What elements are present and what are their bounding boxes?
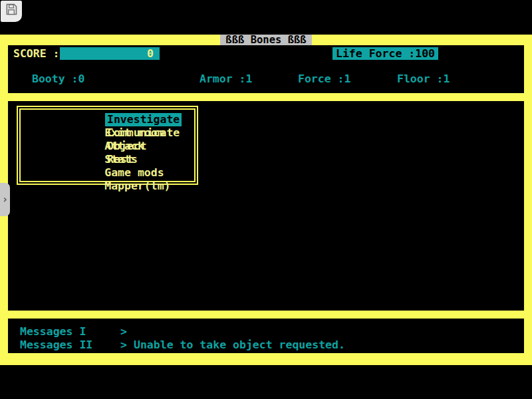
save-icon bbox=[5, 3, 18, 19]
score-label: SCORE : bbox=[13, 47, 60, 60]
menu-row: Stats Object bbox=[21, 140, 194, 153]
title-bar: ßßß Bones ßßß bbox=[0, 35, 532, 45]
save-button[interactable] bbox=[1, 1, 22, 22]
menu-item-object[interactable]: Object bbox=[105, 140, 149, 153]
game-frame: ßßß Bones ßßß SCORE : 0 Life Force :100 … bbox=[0, 35, 532, 365]
menu-item-investigate[interactable]: Investigate bbox=[105, 113, 182, 126]
menu-row: Exit room Investigate bbox=[21, 113, 194, 126]
menu-row: Game mods Rest bbox=[21, 153, 194, 166]
command-menu: Exit room Investigate Attack Communicate… bbox=[17, 106, 198, 185]
side-panel-toggle[interactable]: › bbox=[0, 183, 10, 216]
message-prompt: > bbox=[120, 326, 127, 337]
message-prompt: > bbox=[120, 339, 127, 350]
stat-armor: Armor :1 bbox=[200, 72, 252, 85]
stat-floor: Floor :1 bbox=[397, 72, 450, 85]
menu-row: Attack Communicate bbox=[21, 126, 194, 140]
score-value: 0 bbox=[147, 47, 154, 60]
menu-item-rest[interactable]: Rest bbox=[105, 153, 136, 166]
menu-item-mapper[interactable]: Mapper(tm) bbox=[104, 180, 170, 192]
game-title: ßßß Bones ßßß bbox=[220, 35, 311, 45]
score-bar: 0 bbox=[60, 47, 160, 60]
messages-panel: Messages I > Messages II > Unable to tak… bbox=[8, 319, 524, 353]
stat-booty: Booty :0 bbox=[32, 72, 84, 85]
chevron-right-icon: › bbox=[2, 194, 8, 205]
command-menu-border: Exit room Investigate Attack Communicate… bbox=[19, 108, 196, 182]
message-text: Unable to take object requested. bbox=[134, 339, 345, 350]
menu-row: Mapper(tm) bbox=[21, 166, 194, 180]
life-force-badge: Life Force :100 bbox=[332, 47, 438, 60]
message-label: Messages II bbox=[20, 339, 92, 350]
menu-item-communicate[interactable]: Communicate bbox=[105, 126, 182, 140]
hud-panel: SCORE : 0 Life Force :100 Booty :0 Armor… bbox=[8, 45, 524, 93]
game-screen: › ßßß Bones ßßß SCORE : 0 Life Force :10… bbox=[0, 0, 532, 399]
divider bbox=[0, 353, 532, 365]
main-viewport: Exit room Investigate Attack Communicate… bbox=[8, 101, 524, 311]
stat-force: Force :1 bbox=[298, 72, 350, 85]
message-label: Messages I bbox=[20, 326, 86, 337]
